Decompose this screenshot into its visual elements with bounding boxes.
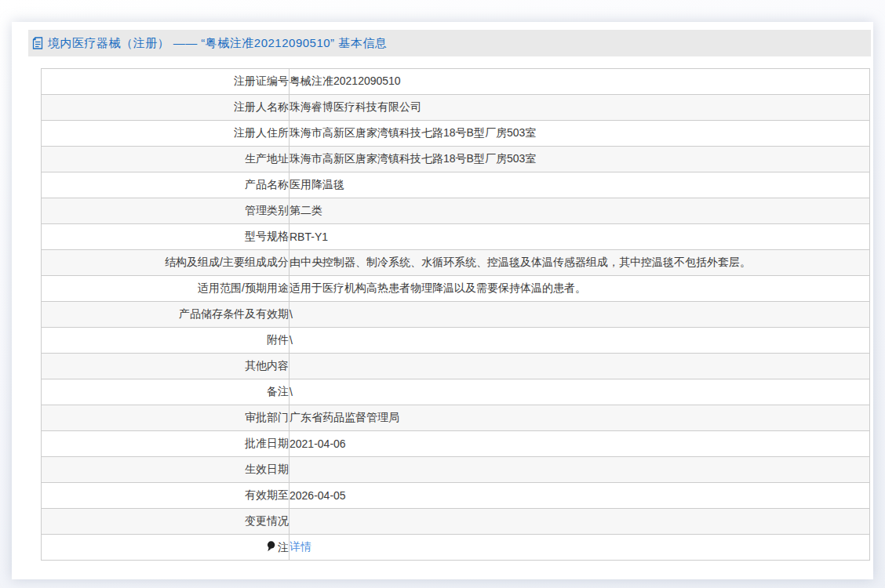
row-label-text: 审批部门	[245, 411, 289, 423]
row-label-text: 注册人住所	[234, 126, 289, 139]
row-value	[290, 457, 870, 483]
row-label: 生效日期	[42, 457, 290, 483]
row-label-text: 生效日期	[245, 463, 289, 475]
row-label: 有效期至	[42, 483, 290, 509]
row-label: 注册人住所	[42, 121, 290, 147]
row-label-text: 注册人名称	[234, 100, 289, 113]
row-label: 注册证编号	[42, 69, 290, 95]
row-label: 变更情况	[42, 509, 290, 535]
table-row: 管理类别第二类	[42, 198, 870, 224]
table-row: 批准日期2021-04-06	[42, 431, 870, 457]
table-row: 生效日期	[42, 457, 870, 483]
detail-link[interactable]: 详情	[290, 540, 311, 553]
row-label: 结构及组成/主要组成成分	[42, 250, 290, 276]
table-row: 产品名称医用降温毯	[42, 172, 870, 198]
row-label-text: 有效期至	[245, 488, 289, 501]
table-row: 注详情	[42, 535, 870, 561]
row-value: 由中央控制器、制冷系统、水循环系统、控温毯及体温传感器组成，其中控温毯不包括外套…	[290, 250, 870, 276]
table-row: 审批部门广东省药品监督管理局	[42, 405, 870, 431]
row-label-text: 管理类别	[245, 204, 289, 216]
row-label-text: 附件	[267, 333, 289, 346]
row-label: 审批部门	[42, 405, 290, 431]
table-row: 产品储存条件及有效期\	[42, 302, 870, 328]
table-row: 生产地址珠海市高新区唐家湾镇科技七路18号B型厂房503室	[42, 147, 870, 172]
table-row: 附件\	[42, 328, 870, 354]
row-value: RBT-Y1	[290, 224, 870, 250]
row-label: 附件	[42, 328, 290, 354]
table-row: 型号规格RBT-Y1	[42, 224, 870, 250]
table-body: 注册证编号粤械注准20212090510注册人名称珠海睿博医疗科技有限公司注册人…	[42, 69, 870, 561]
row-label: 型号规格	[42, 224, 290, 250]
note-balloon-icon	[267, 541, 275, 552]
row-label-text: 变更情况	[245, 514, 289, 527]
row-label-text: 型号规格	[245, 230, 289, 242]
row-label-text: 注册证编号	[234, 74, 289, 87]
row-label-text: 备注	[267, 385, 289, 397]
table-row: 结构及组成/主要组成成分由中央控制器、制冷系统、水循环系统、控温毯及体温传感器组…	[42, 250, 870, 276]
row-label: 注	[42, 535, 290, 561]
row-label-text: 产品名称	[245, 178, 289, 191]
table-row: 注册证编号粤械注准20212090510	[42, 69, 870, 95]
row-value: 详情	[290, 535, 870, 561]
row-value: 2021-04-06	[290, 431, 870, 457]
table-row: 注册人名称珠海睿博医疗科技有限公司	[42, 95, 870, 121]
row-value: 广东省药品监督管理局	[290, 405, 870, 431]
row-value	[290, 354, 870, 379]
row-label: 注册人名称	[42, 95, 290, 121]
page-title: 境内医疗器械（注册） —— “粤械注准20212090510” 基本信息	[48, 36, 387, 51]
row-value: 珠海市高新区唐家湾镇科技七路18号B型厂房503室	[290, 147, 870, 172]
row-value: 珠海市高新区唐家湾镇科技七路18号B型厂房503室	[290, 121, 870, 147]
row-label-text: 结构及组成/主要组成成分	[165, 256, 289, 268]
row-label-text: 生产地址	[245, 152, 289, 165]
row-label: 管理类别	[42, 198, 290, 224]
row-label-text: 产品储存条件及有效期	[179, 307, 289, 320]
row-value: 珠海睿博医疗科技有限公司	[290, 95, 870, 121]
registration-info-table: 注册证编号粤械注准20212090510注册人名称珠海睿博医疗科技有限公司注册人…	[41, 68, 870, 561]
row-value: \	[290, 328, 870, 354]
table-row: 备注\	[42, 379, 870, 405]
table-row: 变更情况	[42, 509, 870, 535]
row-value: 医用降温毯	[290, 172, 870, 198]
row-label: 适用范围/预期用途	[42, 276, 290, 302]
row-value: 第二类	[290, 198, 870, 224]
row-label: 产品储存条件及有效期	[42, 302, 290, 328]
page-header: 境内医疗器械（注册） —— “粤械注准20212090510” 基本信息	[28, 30, 871, 56]
row-value: \	[290, 302, 870, 328]
row-value: 适用于医疗机构高热患者物理降温以及需要保持体温的患者。	[290, 276, 870, 302]
row-label-text: 其他内容	[245, 359, 289, 372]
row-value: 2026-04-05	[290, 483, 870, 509]
row-label-text: 适用范围/预期用途	[198, 281, 289, 294]
content-card: 境内医疗器械（注册） —— “粤械注准20212090510” 基本信息 注册证…	[12, 22, 873, 579]
row-label: 备注	[42, 379, 290, 405]
table-row: 其他内容	[42, 354, 870, 379]
row-value: \	[290, 379, 870, 405]
row-label: 生产地址	[42, 147, 290, 172]
row-label-text: 注	[278, 541, 289, 554]
registration-info-table-wrap: 注册证编号粤械注准20212090510注册人名称珠海睿博医疗科技有限公司注册人…	[41, 68, 870, 561]
row-value	[290, 509, 870, 535]
table-row: 注册人住所珠海市高新区唐家湾镇科技七路18号B型厂房503室	[42, 121, 870, 147]
document-icon	[32, 37, 43, 49]
table-row: 有效期至2026-04-05	[42, 483, 870, 509]
row-label: 其他内容	[42, 354, 290, 379]
row-label-text: 批准日期	[245, 437, 289, 449]
table-row: 适用范围/预期用途适用于医疗机构高热患者物理降温以及需要保持体温的患者。	[42, 276, 870, 302]
row-label: 批准日期	[42, 431, 290, 457]
row-value: 粤械注准20212090510	[290, 69, 870, 95]
row-label: 产品名称	[42, 172, 290, 198]
